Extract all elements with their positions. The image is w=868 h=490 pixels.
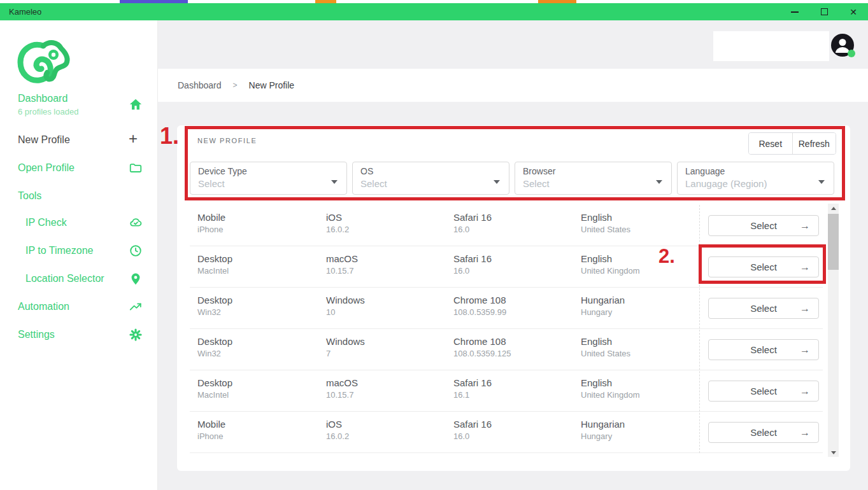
browser-dropdown[interactable]: Browser Select bbox=[515, 162, 672, 195]
scroll-down-button[interactable] bbox=[828, 448, 839, 457]
browser-name: Safari 16 bbox=[453, 419, 492, 430]
os-cell: iOS 16.0.2 bbox=[326, 419, 349, 441]
sidebar-item-dashboard[interactable]: Dashboard 6 profiles loaded bbox=[18, 93, 78, 116]
language-name: English bbox=[581, 253, 640, 264]
reset-button[interactable]: Reset bbox=[749, 133, 793, 154]
new-profile-panel: NEW PROFILE Reset Refresh Device Type Se… bbox=[177, 125, 850, 471]
select-button-label: Select bbox=[750, 427, 777, 438]
browser-name: Safari 16 bbox=[453, 212, 492, 223]
language-cell: English United States bbox=[581, 212, 630, 234]
dropdown-placeholder: Lanugage (Region) bbox=[685, 178, 826, 189]
window-titlebar: Kameleo ✕ bbox=[0, 3, 868, 20]
sidebar-section-tools[interactable]: Tools bbox=[18, 190, 41, 202]
sidebar-item-label: Settings bbox=[18, 329, 55, 340]
os-dropdown[interactable]: OS Select bbox=[352, 162, 509, 195]
browser-version: 108.0.5359.99 bbox=[453, 307, 506, 317]
language-name: English bbox=[581, 377, 640, 388]
kameleo-logo-icon bbox=[13, 37, 76, 90]
select-profile-button[interactable]: Select → bbox=[708, 381, 819, 402]
select-profile-button[interactable]: Select → bbox=[708, 215, 819, 236]
sidebar-item-ip-to-timezone[interactable]: IP to Timezone bbox=[25, 245, 93, 256]
arrow-right-icon: → bbox=[800, 303, 810, 314]
user-avatar[interactable] bbox=[831, 34, 854, 57]
language-region: Hungary bbox=[581, 431, 625, 441]
os-name: iOS bbox=[326, 212, 349, 223]
sidebar-item-settings[interactable]: Settings bbox=[18, 329, 55, 340]
scrollbar-thumb[interactable] bbox=[828, 214, 839, 270]
device-type: Mobile bbox=[197, 212, 225, 223]
os-name: iOS bbox=[326, 419, 349, 430]
os-cell: Windows 10 bbox=[326, 295, 365, 317]
language-region: United States bbox=[581, 225, 630, 234]
sidebar-item-open-profile[interactable]: Open Profile bbox=[18, 162, 75, 174]
profile-table-row: Desktop Win32 Windows 7 Chrome 108 108.0… bbox=[177, 329, 850, 370]
os-version: 7 bbox=[326, 349, 365, 358]
arrow-right-icon: → bbox=[800, 427, 810, 438]
language-dropdown[interactable]: Language Lanugage (Region) bbox=[677, 162, 834, 195]
select-profile-button[interactable]: Select → bbox=[708, 422, 819, 443]
scroll-up-button[interactable] bbox=[828, 204, 839, 213]
cloud-check-icon bbox=[129, 216, 143, 230]
language-cell: Hungarian Hungary bbox=[581, 419, 625, 441]
device-type: Desktop bbox=[197, 253, 232, 264]
kameleo-app-window: Kameleo ✕ Dashboard > New Profile Dashb bbox=[0, 0, 868, 490]
triangle-down-icon bbox=[831, 451, 836, 454]
browser-version: 108.0.5359.125 bbox=[453, 349, 511, 358]
device-type-dropdown[interactable]: Device Type Select bbox=[190, 162, 347, 195]
language-region: United States bbox=[581, 349, 630, 358]
device-cell: Mobile iPhone bbox=[197, 212, 225, 234]
profile-table-row: Mobile iPhone iOS 16.0.2 Safari 16 16.0 … bbox=[177, 412, 850, 453]
device-cell: Desktop MacIntel bbox=[197, 253, 232, 276]
browser-cell: Safari 16 16.0 bbox=[453, 253, 492, 276]
chevron-down-icon bbox=[656, 180, 662, 184]
os-version: 16.0.2 bbox=[326, 225, 349, 234]
maximize-icon bbox=[821, 8, 828, 15]
language-cell: English United Kingdom bbox=[581, 253, 640, 276]
close-button[interactable]: ✕ bbox=[839, 3, 868, 20]
sidebar-item-label: Automation bbox=[18, 301, 69, 312]
profile-table-row: Desktop MacIntel macOS 10.15.7 Safari 16… bbox=[177, 246, 850, 288]
profile-table-row: Desktop Win32 Windows 10 Chrome 108 108.… bbox=[177, 288, 850, 329]
language-region: United Kingdom bbox=[581, 390, 640, 400]
os-version: 10.15.7 bbox=[326, 266, 358, 276]
arrow-right-icon: → bbox=[800, 220, 810, 232]
device-platform: iPhone bbox=[197, 225, 225, 234]
table-scrollbar[interactable] bbox=[828, 204, 839, 457]
dropdown-label: Language bbox=[685, 166, 826, 176]
online-status-dot bbox=[848, 50, 855, 57]
sidebar-item-automation[interactable]: Automation bbox=[18, 301, 69, 312]
clock-icon bbox=[129, 244, 143, 258]
browser-cell: Chrome 108 108.0.5359.125 bbox=[453, 336, 511, 358]
device-cell: Desktop MacIntel bbox=[197, 377, 232, 400]
profile-table-row: Desktop MacIntel macOS 10.15.7 Safari 16… bbox=[177, 370, 850, 412]
minimize-button[interactable] bbox=[780, 3, 809, 20]
os-name: macOS bbox=[326, 253, 358, 264]
select-profile-button[interactable]: Select → bbox=[708, 339, 819, 360]
sidebar-item-ip-check[interactable]: IP Check bbox=[25, 217, 67, 228]
device-cell: Desktop Win32 bbox=[197, 336, 232, 358]
maximize-button[interactable] bbox=[809, 3, 839, 20]
browser-name: Safari 16 bbox=[453, 253, 492, 264]
minimize-icon bbox=[791, 11, 799, 13]
browser-version: 16.1 bbox=[453, 390, 492, 400]
sidebar-item-label: Open Profile bbox=[18, 162, 75, 174]
select-button-label: Select bbox=[750, 386, 777, 396]
os-version: 16.0.2 bbox=[326, 431, 349, 441]
window-controls: ✕ bbox=[780, 3, 868, 20]
device-cell: Mobile iPhone bbox=[197, 419, 225, 441]
device-platform: Win32 bbox=[197, 349, 232, 358]
refresh-button[interactable]: Refresh bbox=[793, 133, 836, 154]
select-profile-button[interactable]: Select → bbox=[708, 256, 819, 277]
select-profile-button[interactable]: Select → bbox=[708, 298, 819, 319]
chevron-down-icon bbox=[494, 180, 500, 184]
chevron-down-icon bbox=[331, 180, 338, 184]
sidebar-item-location-selector[interactable]: Location Selector bbox=[25, 273, 104, 284]
breadcrumb-dashboard[interactable]: Dashboard bbox=[178, 80, 222, 90]
search-input[interactable] bbox=[713, 31, 829, 61]
annotation-step-1-label: 1. bbox=[160, 123, 179, 150]
sidebar-item-new-profile[interactable]: New Profile bbox=[18, 134, 70, 146]
language-cell: English United States bbox=[581, 336, 630, 358]
breadcrumb: Dashboard > New Profile bbox=[158, 69, 868, 102]
sidebar-item-label: Tools bbox=[18, 190, 41, 202]
arrow-right-icon: → bbox=[800, 262, 810, 273]
